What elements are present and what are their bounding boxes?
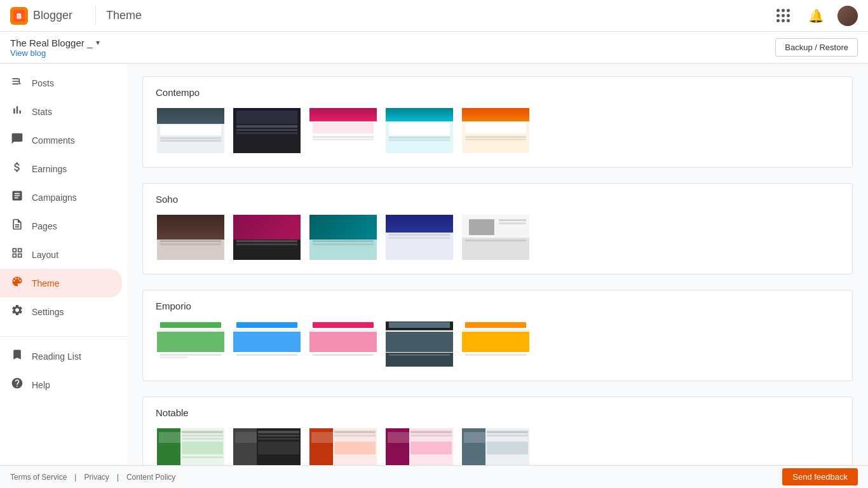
emporio-variant-1[interactable] (156, 320, 226, 368)
emporio-thumbnails (156, 320, 839, 368)
emporio-variant-5[interactable] (461, 320, 531, 368)
help-icon (10, 377, 24, 393)
contempo-variant-3[interactable] (308, 107, 378, 154)
soho-variant-1[interactable] (156, 214, 226, 261)
stats-label: Stats (32, 107, 52, 117)
sidebar-section-2: Reading List Help (0, 336, 127, 399)
sidebar-item-layout[interactable]: Layout (0, 240, 122, 269)
notable-title: Notable (156, 407, 839, 418)
soho-variant-4[interactable] (384, 214, 454, 261)
contempo-section: Contempo (142, 76, 853, 168)
privacy-link[interactable]: Privacy (84, 473, 109, 482)
posts-label: Posts (32, 78, 54, 88)
grid-apps-button[interactable] (771, 4, 794, 27)
sidebar-item-settings[interactable]: Settings (0, 297, 122, 326)
nav-divider (95, 6, 96, 25)
backup-restore-button[interactable]: Backup / Restore (775, 38, 858, 57)
emporio-variant-2[interactable] (232, 320, 302, 368)
blog-name: The Real Blogger _ (10, 37, 92, 48)
pages-label: Pages (32, 221, 57, 231)
pages-icon (10, 218, 24, 234)
contempo-title: Contempo (156, 87, 839, 98)
campaigns-label: Campaigns (32, 193, 77, 203)
soho-variant-5[interactable] (461, 214, 531, 261)
dropdown-arrow-icon: ▾ (96, 38, 100, 47)
avatar-image (837, 6, 858, 26)
earnings-icon (10, 161, 24, 177)
send-feedback-button[interactable]: Send feedback (782, 468, 858, 485)
nav-right: 🔔 (771, 4, 858, 27)
help-label: Help (32, 380, 50, 390)
contempo-variant-1[interactable] (156, 107, 226, 154)
top-navigation: Blogger Theme 🔔 (0, 0, 868, 32)
blog-selector[interactable]: The Real Blogger _ ▾ (10, 37, 100, 48)
reading-list-icon (10, 348, 24, 364)
sidebar-item-posts[interactable]: Posts (0, 69, 122, 97)
sidebar-item-help[interactable]: Help (0, 370, 122, 399)
soho-section: Soho (142, 183, 853, 274)
soho-variant-2[interactable] (232, 214, 302, 261)
comments-icon (10, 132, 24, 148)
campaigns-icon (10, 189, 24, 205)
emporio-variant-3[interactable] (308, 320, 378, 368)
emporio-section: Emporio (142, 290, 853, 381)
footer-links: Terms of Service | Privacy | Content Pol… (10, 473, 175, 482)
sidebar-item-earnings[interactable]: Earnings (0, 154, 122, 183)
reading-list-label: Reading List (32, 351, 81, 362)
emporio-variant-4[interactable] (384, 320, 454, 368)
terms-link[interactable]: Terms of Service (10, 473, 67, 482)
grid-icon (776, 9, 790, 22)
comments-label: Comments (32, 135, 75, 146)
layout-label: Layout (32, 250, 58, 260)
posts-icon (10, 75, 24, 91)
contempo-variant-2[interactable] (232, 107, 302, 154)
page-title: Theme (106, 9, 771, 22)
main-layout: Posts Stats Comments Earnings Campaigns (0, 64, 868, 488)
sub-header: The Real Blogger _ ▾ View blog Backup / … (0, 32, 868, 64)
footer: Terms of Service | Privacy | Content Pol… (0, 465, 868, 488)
app-name: Blogger (33, 9, 72, 22)
bell-icon: 🔔 (808, 8, 824, 24)
settings-icon (10, 304, 24, 320)
theme-content: Contempo (127, 64, 868, 488)
blogger-icon (10, 7, 28, 25)
content-policy-link[interactable]: Content Policy (126, 473, 175, 482)
notifications-button[interactable]: 🔔 (804, 4, 827, 27)
soho-thumbnails (156, 214, 839, 261)
emporio-title: Emporio (156, 301, 839, 311)
theme-label: Theme (32, 278, 60, 288)
sidebar-item-pages[interactable]: Pages (0, 212, 122, 240)
contempo-variant-4[interactable] (384, 107, 454, 154)
contempo-thumbnails (156, 107, 839, 154)
user-avatar[interactable] (837, 6, 858, 26)
layout-icon (10, 247, 24, 262)
blogger-logo[interactable]: Blogger (10, 7, 72, 25)
sidebar-item-theme[interactable]: Theme (0, 269, 122, 297)
sidebar-item-campaigns[interactable]: Campaigns (0, 183, 122, 212)
theme-icon (10, 275, 24, 291)
contempo-variant-5[interactable] (461, 107, 531, 154)
sidebar-item-stats[interactable]: Stats (0, 97, 122, 126)
settings-label: Settings (32, 307, 64, 317)
sidebar-item-reading-list[interactable]: Reading List (0, 342, 122, 370)
sidebar: Posts Stats Comments Earnings Campaigns (0, 64, 127, 488)
sidebar-item-comments[interactable]: Comments (0, 126, 122, 154)
soho-title: Soho (156, 194, 839, 205)
view-blog-link[interactable]: View blog (10, 48, 100, 58)
earnings-label: Earnings (32, 164, 67, 174)
stats-icon (10, 104, 24, 119)
blog-info: The Real Blogger _ ▾ View blog (10, 37, 100, 58)
soho-variant-3[interactable] (308, 214, 378, 261)
